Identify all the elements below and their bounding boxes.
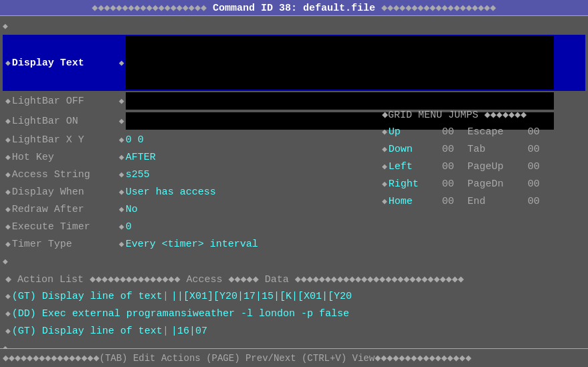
- diamond-lightbar-off-2: ◆: [119, 96, 124, 106]
- grid-section: ◆GRID MENU JUMPS ◆◆◆◆◆◆◆ ◆ Up 00 Escape …: [379, 106, 587, 210]
- grid-label-home: Home: [389, 196, 442, 207]
- label-execute-timer: Execute Timer: [12, 221, 119, 233]
- diamond-grid-left: ◆: [382, 161, 387, 172]
- diamond-sep2: ◆: [3, 256, 8, 267]
- row-display-text[interactable]: ◆ Display Text ◆: [3, 35, 585, 91]
- label-hot-key: Hot Key: [12, 152, 119, 163]
- grid-label-left: Left: [389, 161, 442, 172]
- action-data-2: ansiweather -l london -p false: [169, 308, 349, 320]
- grid-label-right: Right: [389, 178, 442, 190]
- bottom-prefix-diamonds: ◆◆◆◆◆◆◆◆◆◆◆◆◆◆◆◆: [3, 352, 100, 364]
- label-display-when: Display When: [12, 187, 119, 198]
- diamond-redraw-after: ◆: [5, 204, 11, 215]
- title-prefix-diamonds: ◆◆◆◆◆◆◆◆◆◆◆◆◆◆◆◆◆◆◆: [92, 3, 207, 14]
- diamond-grid-right: ◆: [382, 178, 387, 189]
- row-separator-mid: ◆: [3, 253, 585, 270]
- value-lightbar-xy: 0 0: [126, 134, 144, 146]
- grid-key-right: PageDn: [468, 178, 528, 190]
- row-execute-timer[interactable]: ◆ Execute Timer ◆ 0: [3, 218, 585, 235]
- grid-row-up: ◆ Up 00 Escape 00: [379, 123, 587, 140]
- label-access-string: Access String: [12, 169, 119, 180]
- value-timer-type: Every <timer> interval: [126, 239, 258, 250]
- label-redraw-after: Redraw After: [12, 204, 119, 215]
- diamond-timer-type: ◆: [5, 239, 11, 249]
- grid-num-home: 00: [442, 196, 462, 207]
- action-row-1[interactable]: ◆ (GT) Display line of text | ||[X01][Y2…: [3, 287, 585, 305]
- title-suffix-diamonds: ◆◆◆◆◆◆◆◆◆◆◆◆◆◆◆◆◆◆◆: [381, 3, 496, 14]
- diamond-lightbar-xy-2: ◆: [119, 134, 124, 145]
- diamond-display-text: ◆: [5, 57, 11, 68]
- action-header: ◆ Action List ◆◆◆◆◆◆◆◆◆◆◆◆◆◆◆ Access ◆◆◆…: [3, 270, 585, 287]
- diamond-grid-down: ◆: [382, 144, 387, 154]
- action-data-1: ||[X01][Y20|17|15|[K|[X01|[Y20: [171, 291, 352, 302]
- diamond-display-when: ◆: [5, 187, 11, 197]
- value-hot-key: AFTER: [126, 152, 156, 163]
- grid-key-up: Escape: [468, 126, 528, 138]
- diamond-execute-timer-2: ◆: [119, 221, 124, 232]
- pipe-sep-3: |: [163, 326, 169, 337]
- label-display-text: Display Text: [12, 57, 119, 69]
- grid-num2-down: 00: [528, 144, 555, 155]
- label-lightbar-on: LightBar ON: [12, 116, 119, 127]
- row-separator-top: ◆: [3, 17, 585, 35]
- action-row-3[interactable]: ◆ (GT) Display line of text | |16|07: [3, 322, 585, 340]
- grid-num-down: 00: [442, 144, 462, 155]
- grid-key-down: Tab: [468, 144, 528, 155]
- bottom-suffix-diamonds: ◆◆◆◆◆◆◆◆◆◆◆◆◆◆◆◆: [375, 352, 472, 364]
- bottom-text: (TAB) Edit Actions (PAGE) Prev/Next (CTR…: [100, 353, 375, 364]
- value-access-string: s255: [126, 169, 150, 180]
- value-display-when: User has access: [126, 187, 216, 198]
- bottom-bar: ◆◆◆◆◆◆◆◆◆◆◆◆◆◆◆◆ (TAB) Edit Actions (PAG…: [0, 348, 588, 367]
- diamond-action-1: ◆: [5, 291, 11, 301]
- label-lightbar-off: LightBar OFF: [12, 96, 119, 107]
- action-row-2[interactable]: ◆ (DD) Exec external program ansiweather…: [3, 305, 585, 322]
- label-lightbar-xy: LightBar X Y: [12, 134, 119, 146]
- grid-num2-left: 00: [528, 161, 555, 172]
- row-timer-type[interactable]: ◆ Timer Type ◆ Every <timer> interval: [3, 235, 585, 253]
- diamond-redraw-after-2: ◆: [119, 204, 124, 215]
- diamond-access-string: ◆: [5, 169, 11, 180]
- diamond-hot-key: ◆: [5, 152, 11, 162]
- diamond-grid-up: ◆: [382, 126, 387, 137]
- diamond-lightbar-xy: ◆: [5, 134, 11, 145]
- diamond-sep1: ◆: [3, 21, 8, 31]
- value-redraw-after: No: [126, 204, 138, 215]
- action-type-1: (GT) Display line of text: [12, 291, 163, 302]
- diamond-display-text-2: ◆: [119, 57, 124, 68]
- action-data-3: |16|07: [171, 326, 207, 337]
- diamond-execute-timer: ◆: [5, 221, 11, 232]
- grid-label-down: Down: [389, 144, 442, 155]
- grid-key-left: PageUp: [468, 161, 528, 172]
- grid-label-up: Up: [389, 126, 442, 138]
- title-text: Command ID 38: default.file: [213, 3, 375, 14]
- grid-num2-right: 00: [528, 178, 555, 190]
- grid-title-row: ◆GRID MENU JUMPS ◆◆◆◆◆◆◆: [379, 106, 587, 123]
- label-timer-type: Timer Type: [12, 239, 119, 250]
- value-execute-timer: 0: [126, 221, 132, 233]
- grid-row-down: ◆ Down 00 Tab 00: [379, 140, 587, 158]
- grid-row-right: ◆ Right 00 PageDn 00: [379, 175, 587, 193]
- action-type-2: (DD) Exec external program: [12, 308, 169, 320]
- grid-num-up: 00: [442, 126, 462, 138]
- diamond-action-2: ◆: [5, 308, 11, 319]
- diamond-lightbar-on-2: ◆: [119, 116, 124, 126]
- diamond-grid-home: ◆: [382, 196, 387, 207]
- diamond-display-when-2: ◆: [119, 187, 124, 197]
- grid-num-right: 00: [442, 178, 462, 190]
- display-text-preview: [126, 36, 554, 90]
- grid-key-home: End: [468, 196, 528, 207]
- grid-num-left: 00: [442, 161, 462, 172]
- title-bar: ◆◆◆◆◆◆◆◆◆◆◆◆◆◆◆◆◆◆◆ Command ID 38: defau…: [0, 0, 588, 16]
- grid-num2-home: 00: [528, 196, 555, 207]
- diamond-timer-type-2: ◆: [119, 239, 124, 249]
- action-header-text: ◆ Action List ◆◆◆◆◆◆◆◆◆◆◆◆◆◆◆ Access ◆◆◆…: [5, 273, 464, 285]
- grid-title: ◆GRID MENU JUMPS ◆◆◆◆◆◆◆: [382, 108, 526, 121]
- action-type-3: (GT) Display line of text: [12, 326, 163, 337]
- grid-row-home: ◆ Home 00 End 00: [379, 193, 587, 210]
- diamond-access-string-2: ◆: [119, 169, 124, 180]
- diamond-lightbar-on: ◆: [5, 116, 11, 126]
- diamond-action-3: ◆: [5, 326, 11, 336]
- diamond-lightbar-off: ◆: [5, 96, 11, 106]
- grid-row-left: ◆ Left 00 PageUp 00: [379, 158, 587, 175]
- grid-num2-up: 00: [528, 126, 555, 138]
